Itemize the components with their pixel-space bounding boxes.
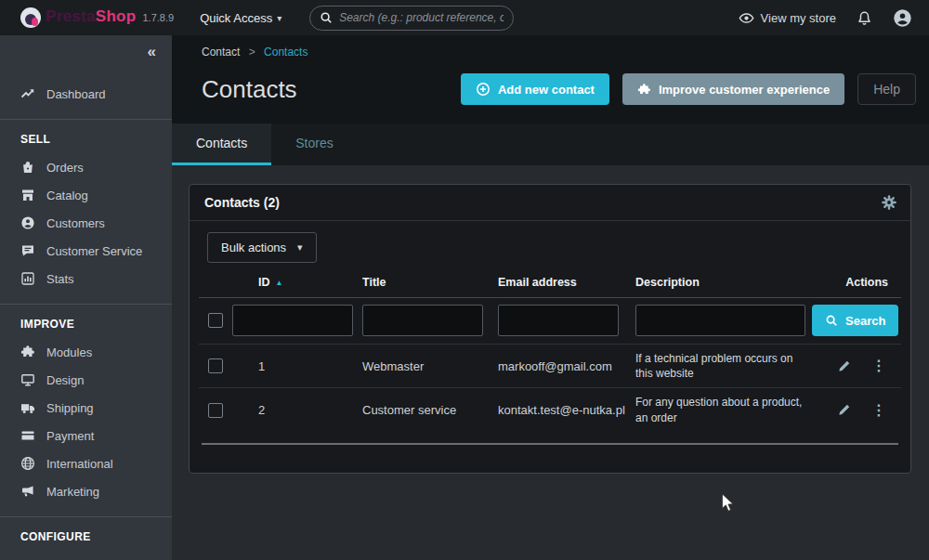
sidebar-item-dashboard[interactable]: Dashboard [0,80,172,108]
eye-icon [739,10,754,26]
prestashop-mascot-icon [20,7,41,28]
sidebar-item-label: Payment [46,429,94,443]
sidebar-item-label: Customer Service [46,244,142,258]
bulk-actions-button[interactable]: Bulk actions ▾ [207,232,317,263]
column-header-description[interactable]: Description [635,276,812,289]
prestashop-logo[interactable]: PrestaShop 1.7.8.9 [20,7,174,28]
search-button[interactable]: Search [812,305,898,336]
sidebar-item-label: Shipping [46,401,94,415]
store-icon [20,188,35,202]
sidebar-item-marketing[interactable]: Marketing [0,477,172,505]
brand-shop: Shop [96,7,137,26]
table-row[interactable]: 1 Webmaster markooff@gmail.com If a tech… [199,344,901,387]
filter-description-input[interactable] [635,305,805,336]
table-header-row: ID ▲ Title Email address Description Act… [199,276,901,298]
notifications-bell-icon[interactable] [857,10,872,26]
cell-description: If a technical problem occurs on this we… [635,345,812,387]
filter-id-input[interactable] [232,305,353,336]
topbar: PrestaShop 1.7.8.9 Quick Access ▾ View m… [0,0,929,35]
cell-id: 1 [232,359,362,373]
trending-up-icon [20,86,35,101]
plus-circle-icon [476,82,491,97]
sidebar-item-label: Design [46,373,84,387]
bar-chart-icon [20,271,35,286]
column-header-id[interactable]: ID ▲ [232,276,362,289]
edit-pencil-icon[interactable] [837,403,851,417]
breadcrumb-separator: > [249,46,255,59]
monitor-icon [20,372,35,387]
gear-icon[interactable] [881,194,897,211]
sidebar-item-shipping[interactable]: Shipping [0,394,172,422]
user-circle-icon [20,215,35,230]
chat-icon [20,243,35,258]
puzzle-icon [637,83,651,97]
sidebar-item-label: Catalog [46,189,88,202]
sidebar-section-configure: CONFIGURE [0,519,172,551]
tab-stores[interactable]: Stores [271,124,357,165]
chevron-down-icon: ▾ [277,13,281,23]
sidebar-item-label: Dashboard [46,87,106,101]
sidebar-collapse-button[interactable]: « [148,43,155,60]
add-new-contact-button[interactable]: Add new contact [461,73,609,105]
sidebar-item-modules[interactable]: Modules [0,338,172,366]
sidebar-item-international[interactable]: International [0,449,172,477]
sidebar-item-label: Customers [46,216,105,230]
cell-id: 2 [232,403,362,417]
version-label: 1.7.8.9 [142,12,174,23]
main-content: Contact > Contacts Contacts Add new cont… [172,35,929,560]
breadcrumb-parent[interactable]: Contact [202,46,240,59]
help-button[interactable]: Help [857,73,916,105]
add-new-contact-label: Add new contact [498,83,595,97]
sidebar-item-label: Modules [46,345,92,359]
search-icon [320,11,333,24]
column-header-actions: Actions [812,276,901,289]
truck-icon [20,400,35,415]
sidebar-item-customer-service[interactable]: Customer Service [0,237,172,265]
column-header-title[interactable]: Title [362,276,498,289]
row-menu-dots-icon[interactable]: ⋮ [871,358,886,373]
sidebar-item-design[interactable]: Design [0,366,172,394]
sidebar-divider [0,119,172,120]
bag-icon [20,160,35,175]
tab-contacts[interactable]: Contacts [172,124,271,165]
edit-pencil-icon[interactable] [837,359,851,373]
sidebar-item-catalog[interactable]: Catalog [0,181,172,209]
content-area: Contacts (2) Bulk actions ▾ ID ▲ [172,165,929,560]
global-search-input[interactable] [339,11,504,24]
quick-access-menu[interactable]: Quick Access ▾ [200,11,281,25]
panel-title: Contacts (2) [204,195,881,210]
cell-description: For any question about a product, an ord… [635,388,812,431]
cell-title: Customer service [362,403,498,417]
sidebar-item-customers[interactable]: Customers [0,209,172,237]
row-checkbox[interactable] [208,403,223,418]
column-header-email[interactable]: Email address [498,276,635,289]
brand-presta: Presta [46,7,96,26]
row-checkbox[interactable] [208,358,223,373]
sort-asc-icon[interactable]: ▲ [276,279,283,287]
sidebar-item-stats[interactable]: Stats [0,265,172,293]
sidebar-item-orders[interactable]: Orders [0,153,172,181]
table-row[interactable]: 2 Customer service kontakt.test@e-nutka.… [199,387,901,431]
view-my-store-label: View my store [761,11,836,25]
cell-email: markooff@gmail.com [498,359,635,373]
sidebar-item-label: Orders [46,161,84,175]
user-avatar-icon[interactable] [893,8,912,28]
megaphone-icon [20,484,35,499]
sidebar-item-payment[interactable]: Payment [0,422,172,449]
improve-customer-experience-button[interactable]: Improve customer experience [622,73,844,105]
view-my-store-link[interactable]: View my store [739,10,836,26]
filter-title-input[interactable] [362,305,483,336]
breadcrumb: Contact > Contacts [172,35,929,59]
improve-customer-experience-label: Improve customer experience [659,83,830,97]
filter-email-input[interactable] [498,305,619,336]
globe-icon [20,456,35,471]
sidebar-item-label: Marketing [46,485,99,499]
breadcrumb-current[interactable]: Contacts [264,46,307,59]
tab-bar: Contacts Stores [172,124,929,165]
contacts-panel: Contacts (2) Bulk actions ▾ ID ▲ [189,184,911,474]
filter-row: Search [199,298,901,344]
bulk-actions-label: Bulk actions [221,241,286,254]
row-menu-dots-icon[interactable]: ⋮ [871,403,886,418]
select-all-checkbox[interactable] [208,313,223,328]
sidebar-item-label: Stats [46,272,74,286]
